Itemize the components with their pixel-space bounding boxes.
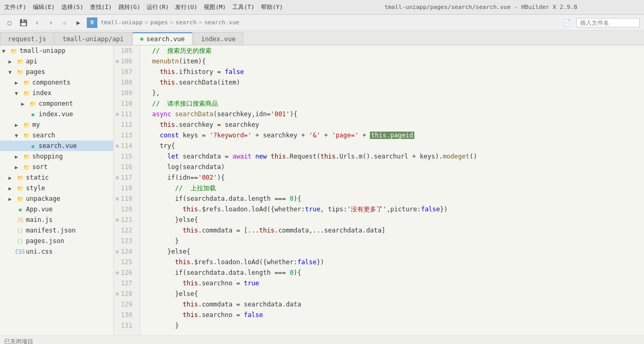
- ln-107: 107: [114, 67, 135, 77]
- tab-tmall-api[interactable]: tmall-uniapp/api: [55, 32, 132, 45]
- menu-help[interactable]: 帮助(Y): [261, 3, 283, 11]
- token-126-2: ){: [294, 269, 301, 276]
- breadcrumb-pages[interactable]: pages: [150, 19, 168, 26]
- sidebar-item-app-vue[interactable]: ◼ App.vue: [0, 204, 113, 215]
- menu-find[interactable]: 查找(I): [90, 3, 112, 11]
- sidebar-item-unpackage[interactable]: ▶ 📁 unpackage: [0, 193, 113, 204]
- sidebar-item-pages-json[interactable]: {} pages.json: [0, 236, 113, 246]
- file-icon-pages-json: {}: [16, 237, 24, 245]
- label-index-vue: index.vue: [39, 110, 73, 118]
- sidebar-item-uni-css[interactable]: CSS uni.css: [0, 246, 113, 257]
- new-file-btn[interactable]: ▢: [4, 17, 15, 28]
- sidebar-item-search-vue[interactable]: ◼ search.vue: [0, 141, 113, 151]
- menu-run[interactable]: 运行(R): [147, 3, 169, 11]
- fold-114[interactable]: ⊟: [114, 141, 119, 151]
- menu-select[interactable]: 选择(S): [61, 3, 84, 11]
- token-111-2: searchData: [175, 110, 213, 118]
- sidebar-item-api[interactable]: ▶ 📁 api: [0, 56, 113, 67]
- run-btn[interactable]: ▶: [73, 17, 84, 28]
- folder-icon-unpackage: 📁: [16, 194, 24, 203]
- menu-edit[interactable]: 编辑(E): [33, 3, 55, 11]
- back-btn[interactable]: ‹: [32, 17, 42, 28]
- token-109-0: },: [144, 89, 160, 97]
- token-115-8: .Request(: [286, 153, 320, 160]
- file-icon-manifest: {}: [16, 226, 24, 235]
- fold-128[interactable]: ⊟: [114, 289, 119, 299]
- ln-112: 112: [114, 119, 135, 130]
- menu-file[interactable]: 文件(F): [4, 3, 26, 11]
- token-117-1: '002': [198, 174, 217, 181]
- fold-119[interactable]: ⊟: [114, 193, 119, 204]
- token-108-1: this: [160, 79, 175, 86]
- menu-bar[interactable]: 文件(F) 编辑(E) 选择(S) 查找(I) 跳转(G) 运行(R) 发行(U…: [4, 3, 322, 11]
- sidebar-item-style[interactable]: ▶ 📁 style: [0, 183, 113, 193]
- token-112-2: .searchkey = searchkey: [175, 121, 259, 128]
- file-icon-btn[interactable]: 📄: [561, 17, 572, 28]
- save-btn[interactable]: 💾: [18, 17, 29, 28]
- token-120-2: .$refs.loadon.loAd({whether:: [198, 206, 305, 213]
- token-120-5: '没有更多了': [347, 206, 386, 213]
- code-area: 105 ⊟106 107 108 109 110 ⊟111 112 113 ⊟1…: [114, 45, 644, 336]
- ln-106: ⊟106: [114, 56, 135, 67]
- sidebar-item-shopping[interactable]: ▶ 📁 shopping: [0, 151, 113, 162]
- arrow-index: ▼: [15, 90, 22, 96]
- token-125-2: .$refs.loadon.loAd({whether:: [191, 258, 297, 266]
- fold-111[interactable]: ⊟: [114, 109, 119, 119]
- menu-tools[interactable]: 工具(T): [232, 3, 255, 11]
- token-113-1: const: [160, 132, 179, 139]
- fold-117[interactable]: ⊟: [114, 172, 119, 183]
- token-113-8: +: [359, 132, 370, 139]
- fold-124[interactable]: ⊟: [114, 246, 119, 257]
- sep1: >: [144, 19, 148, 26]
- label-pages: pages: [26, 68, 45, 76]
- token-129-2: .commdata = searchdata.data: [198, 301, 301, 308]
- sidebar-item-tmall-uniapp[interactable]: ▼ 📁 tmall-uniapp: [0, 45, 113, 56]
- fold-121[interactable]: ⊟: [114, 215, 119, 225]
- menu-goto[interactable]: 跳转(G): [119, 3, 141, 11]
- token-107-3: false: [225, 68, 244, 76]
- insert-file-input[interactable]: [576, 18, 640, 27]
- sep3: >: [199, 19, 203, 26]
- code-line-118: // 上拉加载: [144, 183, 644, 193]
- sidebar-item-components[interactable]: ▶ 📁 components: [0, 77, 113, 88]
- breadcrumb-root[interactable]: tmall-uniapp: [101, 19, 142, 26]
- token-115-4: [251, 153, 255, 160]
- sidebar-item-pages[interactable]: ▼ 📁 pages: [0, 67, 113, 77]
- tab-search-vue[interactable]: search.vue: [132, 32, 193, 45]
- token-119-2: ){: [294, 195, 301, 202]
- token-108-0: [144, 79, 160, 86]
- sidebar-item-sort[interactable]: ▶ 📁 sort: [0, 162, 113, 172]
- token-112-0: [144, 121, 160, 128]
- fold-126[interactable]: ⊟: [114, 267, 119, 278]
- hbuilder-icon: H: [87, 17, 97, 28]
- ln-120: 120: [114, 204, 135, 215]
- sidebar-item-static[interactable]: ▶ 📁 static: [0, 172, 113, 183]
- arrow-component: ▶: [21, 101, 29, 107]
- fold-106[interactable]: ⊟: [114, 56, 119, 67]
- bookmark-btn[interactable]: ☆: [59, 17, 70, 28]
- tab-request-js[interactable]: request.js: [0, 32, 54, 45]
- token-122-4: .commdata,...searchdata.data]: [275, 227, 386, 234]
- token-122-3: this: [259, 227, 275, 234]
- sidebar-item-component[interactable]: ▶ 📁 component: [0, 98, 113, 109]
- token-122-1: this: [183, 227, 198, 234]
- ln-105: 105: [114, 45, 135, 56]
- menu-view[interactable]: 视图(M): [204, 3, 226, 11]
- sidebar-item-index[interactable]: ▼ 📁 index: [0, 88, 113, 98]
- editor[interactable]: 105 ⊟106 107 108 109 110 ⊟111 112 113 ⊟1…: [114, 45, 644, 336]
- token-125-0: [144, 258, 175, 266]
- sidebar-item-my[interactable]: ▶ 📁 my: [0, 119, 113, 130]
- breadcrumb-search[interactable]: search: [176, 19, 197, 26]
- label-app-vue: App.vue: [26, 206, 53, 213]
- sidebar-item-index-vue[interactable]: ◼ index.vue: [0, 109, 113, 119]
- tab-label-tmall-api: tmall-uniapp/api: [62, 35, 124, 43]
- forward-btn[interactable]: ›: [46, 17, 56, 28]
- sidebar-item-manifest-json[interactable]: {} manifest.json: [0, 225, 113, 236]
- tab-index-vue[interactable]: index.vue: [193, 32, 243, 45]
- sidebar-item-main-js[interactable]: JS main.js: [0, 215, 113, 225]
- menu-publish[interactable]: 发行(U): [175, 3, 197, 11]
- token-107-2: .ifhistory =: [175, 68, 225, 76]
- breadcrumb-file[interactable]: search.vue: [204, 19, 239, 26]
- token-113-5: '&': [309, 132, 321, 139]
- sidebar-item-search[interactable]: ▼ 📁 search: [0, 130, 113, 141]
